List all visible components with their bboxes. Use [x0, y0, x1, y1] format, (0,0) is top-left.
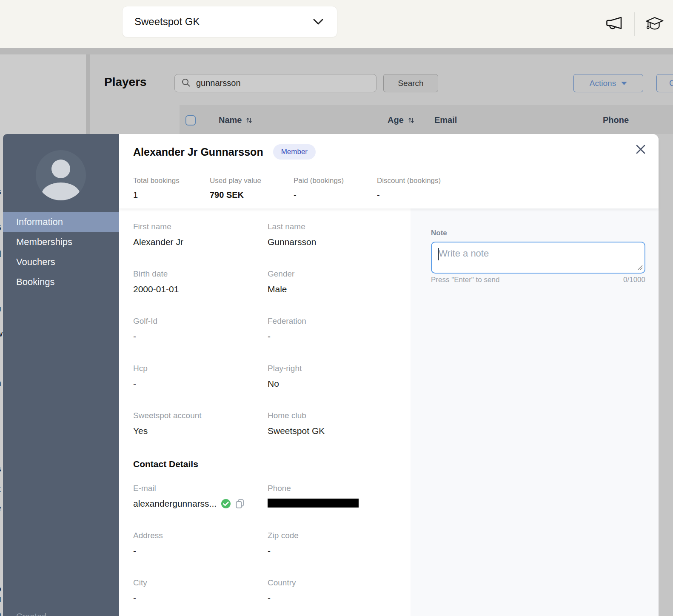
- email-value: alexandergunnarss...: [133, 499, 217, 509]
- verified-check-icon: [221, 499, 231, 509]
- field-zip-code: Zip code-: [268, 531, 402, 578]
- field-play-right: Play-rightNo: [268, 364, 402, 411]
- nav-item-memberships[interactable]: Memberships: [3, 232, 119, 252]
- stat-total-bookings: Total bookings 1: [133, 177, 180, 200]
- contact-fields: E-mail alexandergunnarss... Phone Addres…: [133, 484, 410, 616]
- stat-discount-bookings: Discount (bookings) -: [377, 177, 441, 200]
- field-sweetspot-account: Sweetspot accountYes: [133, 411, 268, 458]
- graduation-cap-icon: [645, 14, 664, 34]
- topbar-divider: [634, 12, 635, 36]
- field-email: E-mail alexandergunnarss...: [133, 484, 268, 531]
- notes-panel: Note Press "Enter" to send 0/1000: [411, 208, 659, 616]
- note-label: Note: [431, 229, 447, 237]
- field-phone: Phone: [268, 484, 402, 531]
- nav-item-vouchers[interactable]: Vouchers: [3, 252, 119, 272]
- contact-details-heading: Contact Details: [133, 459, 198, 469]
- field-country: Country-: [268, 578, 402, 616]
- close-icon: [635, 143, 647, 155]
- nav-item-information[interactable]: Information: [3, 212, 119, 232]
- player-name: Alexander Jr Gunnarsson: [133, 146, 263, 158]
- field-city: City-: [133, 578, 268, 616]
- announcements-button[interactable]: [604, 14, 624, 34]
- stat-used-play-value: Used play value 790 SEK: [210, 177, 261, 200]
- chevron-down-icon: [312, 18, 324, 26]
- field-first-name: First nameAlexander Jr: [133, 222, 268, 269]
- text-cursor: [438, 248, 439, 260]
- club-selector-dropdown[interactable]: Sweetspot GK: [122, 6, 337, 37]
- note-char-counter: 0/1000: [623, 276, 645, 284]
- player-details-drawer: Information Memberships Vouchers Booking…: [3, 134, 659, 616]
- field-hcp: Hcp-: [133, 364, 268, 411]
- close-button[interactable]: [632, 141, 649, 158]
- field-federation: Federation-: [268, 317, 402, 364]
- field-last-name: Last nameGunnarsson: [268, 222, 402, 269]
- field-gender: GenderMale: [268, 269, 402, 317]
- drawer-sidebar: Information Memberships Vouchers Booking…: [3, 134, 119, 616]
- copy-icon[interactable]: [235, 499, 245, 509]
- player-avatar: [36, 150, 86, 200]
- created-label: Created: [16, 612, 46, 616]
- resize-handle-icon[interactable]: [637, 264, 643, 270]
- megaphone-icon: [604, 15, 624, 34]
- field-home-club: Home clubSweetspot GK: [268, 411, 402, 458]
- club-selector-label: Sweetspot GK: [134, 16, 200, 28]
- note-input[interactable]: [431, 242, 645, 274]
- drawer-content: Note Press "Enter" to send 0/1000 Alexan…: [119, 134, 659, 616]
- member-badge: Member: [273, 144, 316, 160]
- nav-item-bookings[interactable]: Bookings: [3, 272, 119, 292]
- topbar: Sweetspot GK: [0, 0, 673, 48]
- stat-paid-bookings: Paid (bookings) -: [294, 177, 344, 200]
- redacted-phone-value: [268, 499, 359, 508]
- player-info-fields: First nameAlexander Jr Last nameGunnarss…: [133, 222, 410, 458]
- drawer-nav: Information Memberships Vouchers Booking…: [3, 212, 119, 292]
- field-address: Address-: [133, 531, 268, 578]
- academy-button[interactable]: [645, 14, 664, 34]
- field-golf-id: Golf-Id-: [133, 317, 268, 364]
- field-birth-date: Birth date2000-01-01: [133, 269, 268, 317]
- note-hint: Press "Enter" to send: [431, 276, 499, 284]
- drawer-header: Alexander Jr Gunnarsson Member Total boo…: [119, 134, 659, 208]
